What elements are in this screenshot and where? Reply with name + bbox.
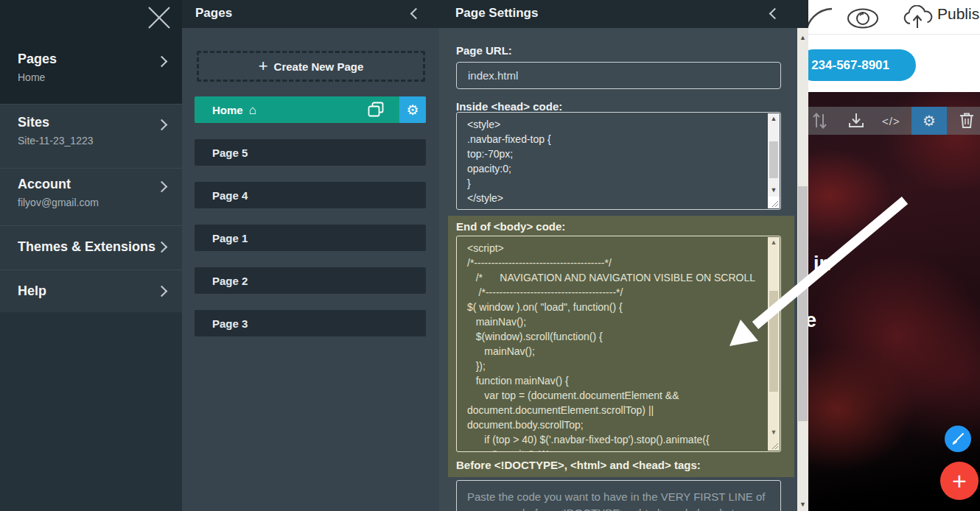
head-code-label: Inside <head> code: [456,100,562,113]
scroll-down-icon[interactable]: ▼ [768,427,780,437]
page-url-value: index.html [468,69,518,82]
sidebar-item-themes-extensions[interactable]: Themes & Extensions [0,239,182,255]
plus-icon: + [259,60,268,73]
close-icon[interactable] [144,3,174,32]
divider [0,104,182,105]
settings-panel-title: Page Settings [455,6,538,21]
divider [0,269,182,270]
head-code-content: <style> .navbar-fixed-top { top:-70px; o… [457,113,780,210]
page-row[interactable]: Page 4 [195,182,426,208]
app-topbar: Publish [808,0,980,35]
doctype-code-textarea[interactable]: Paste the code you want to have in the V… [456,480,781,511]
page-row-label: Home [212,104,243,116]
highlighted-section: End of <body> code: <script> /*---------… [448,216,794,477]
move-block-icon[interactable] [810,111,829,130]
create-new-page-button[interactable]: + Create New Page [197,51,425,82]
scrollbar-thumb[interactable] [798,186,808,421]
gear-icon: ⚙ [923,112,936,130]
textarea-scrollbar[interactable]: ▲ ▼ [768,113,780,208]
pages-panel: Pages + Create New Page Home ⌂ ⚙ Page 5 … [182,0,439,511]
resize-handle[interactable] [768,197,780,208]
phone-number-button[interactable]: 234-567-8901 [808,49,916,81]
pages-panel-title: Pages [195,6,232,21]
page-row[interactable]: Page 5 [195,139,426,166]
scrollbar-thumb[interactable] [769,141,778,178]
duplicate-page-icon[interactable] [367,102,385,118]
divider [0,225,182,226]
scroll-down-icon[interactable]: ▼ [768,185,780,195]
undo-arc-icon[interactable] [808,4,833,35]
delete-block-icon[interactable] [958,111,976,130]
page-url-input[interactable]: index.html [456,62,781,89]
clipped-heading-fragment: e [808,309,816,332]
doctype-placeholder: Paste the code you want to have in the V… [457,481,780,511]
page-row-label: Page 2 [212,275,248,287]
scroll-up-icon[interactable]: ▲ [768,113,780,124]
page-row[interactable]: Page 1 [195,225,426,251]
edit-style-button[interactable] [945,426,971,452]
sidebar-item-pages[interactable]: Pages Home [0,52,182,83]
body-code-label: End of <body> code: [456,220,565,233]
scroll-up-icon[interactable]: ▲ [768,237,780,247]
block-toolbar: </> ⚙ [808,107,980,135]
scroll-down-icon[interactable]: ▼ [797,499,808,510]
settings-panel-header: Page Settings [439,0,808,28]
sidebar-item-sublabel: Site-11-23_1223 [18,135,182,147]
plus-icon: + [952,467,967,496]
phone-number-label: 234-567-8901 [811,58,889,73]
main-sidebar: Pages Home Sites Site-11-23_1223 Account… [0,0,182,511]
home-icon: ⌂ [249,104,256,116]
page-row[interactable]: Page 3 [195,310,426,336]
scrollbar-thumb[interactable] [769,291,778,392]
page-row-label: Page 3 [212,317,248,330]
divider [0,168,182,169]
preview-eye-icon[interactable] [846,8,880,29]
page-settings-panel: Page Settings Page URL: index.html Insid… [439,0,808,511]
clipped-heading-fragment: in [813,253,831,275]
sidebar-item-account[interactable]: Account filyov@gmail.com [0,177,182,208]
body-code-content: <script> /*-----------------------------… [457,236,780,452]
page-row-label: Page 5 [212,147,248,159]
create-new-page-label: Create New Page [274,60,364,73]
paintbrush-icon [951,431,965,446]
publish-cloud-icon[interactable] [901,5,934,30]
panel-scrollbar[interactable]: ▲ ▼ [797,28,808,511]
doctype-code-label: Before <!DOCTYPE>, <html> and <head> tag… [456,459,701,471]
sidebar-footer [0,312,182,511]
page-row-label: Page 4 [212,189,248,202]
pages-panel-header: Pages [182,0,439,28]
sidebar-item-help[interactable]: Help [0,283,182,299]
gear-icon: ⚙ [406,102,419,119]
sidebar-item-sublabel: filyov@gmail.com [18,197,182,208]
scroll-up-icon[interactable]: ▲ [797,32,808,43]
page-row-label: Page 1 [212,232,248,244]
page-url-label: Page URL: [456,44,512,57]
collapse-panel-icon[interactable] [769,8,781,20]
sidebar-item-sublabel: Home [18,71,182,83]
editor-canvas: Publish 234-567-8901 in e </> ⚙ [808,0,980,511]
save-block-icon[interactable] [847,111,866,130]
page-row-home-active[interactable]: Home ⌂ ⚙ [195,96,426,123]
code-editor-icon[interactable]: </> [882,115,900,127]
page-row[interactable]: Page 2 [195,267,426,294]
block-settings-button[interactable]: ⚙ [911,107,947,135]
resize-handle[interactable] [768,439,780,451]
page-settings-button[interactable]: ⚙ [399,96,426,123]
head-code-textarea[interactable]: <style> .navbar-fixed-top { top:-70px; o… [456,112,781,210]
publish-button[interactable]: Publish [937,5,980,23]
textarea-scrollbar[interactable]: ▲ ▼ [768,237,780,451]
body-code-textarea[interactable]: <script> /*-----------------------------… [456,236,781,452]
collapse-panel-icon[interactable] [410,8,422,20]
add-block-button[interactable]: + [940,462,979,500]
sidebar-item-sites[interactable]: Sites Site-11-23_1223 [0,115,182,147]
